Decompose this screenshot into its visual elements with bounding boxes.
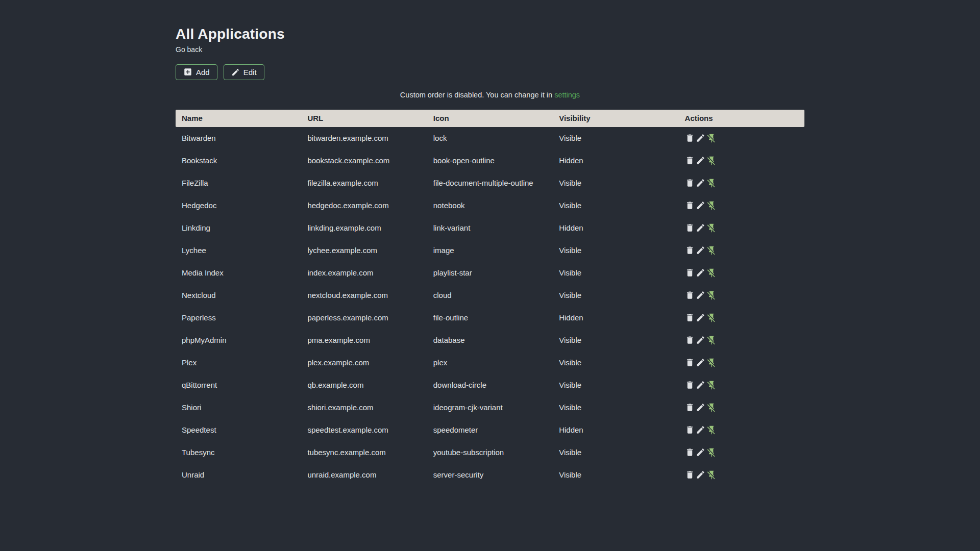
edit-row-button[interactable] (696, 156, 705, 165)
pin-off-icon (706, 358, 717, 368)
delete-button[interactable] (685, 223, 695, 233)
edit-row-button[interactable] (696, 335, 705, 345)
pin-off-icon (706, 425, 717, 435)
go-back-link[interactable]: Go back (176, 45, 202, 54)
pencil-icon (696, 313, 705, 322)
delete-button[interactable] (685, 403, 695, 412)
pin-off-button[interactable] (706, 268, 717, 278)
trash-icon (685, 245, 695, 255)
pencil-icon (696, 178, 705, 188)
edit-row-button[interactable] (696, 313, 705, 322)
table-row: Unraid unraid.example.com server-securit… (176, 464, 804, 486)
delete-button[interactable] (685, 358, 695, 367)
pin-off-icon (706, 447, 717, 458)
row-actions (685, 245, 798, 256)
delete-button[interactable] (685, 313, 695, 322)
pin-off-button[interactable] (706, 156, 717, 166)
app-icon-name: download-circle (427, 374, 553, 396)
pin-off-icon (706, 335, 717, 345)
trash-icon (685, 470, 695, 480)
pin-off-button[interactable] (706, 470, 717, 480)
delete-button[interactable] (685, 178, 695, 188)
app-url: linkding.example.com (301, 217, 427, 239)
app-visibility: Visible (553, 396, 678, 419)
edit-row-button[interactable] (696, 425, 705, 435)
app-visibility: Hidden (553, 419, 678, 441)
delete-button[interactable] (685, 470, 695, 480)
row-actions (685, 268, 798, 278)
delete-button[interactable] (685, 201, 695, 210)
table-row: Speedtest speedtest.example.com speedome… (176, 419, 804, 441)
app-name: Media Index (176, 262, 301, 284)
pin-off-button[interactable] (706, 380, 717, 390)
app-visibility: Hidden (553, 149, 678, 172)
pin-off-icon (706, 403, 717, 413)
app-name: FileZilla (176, 172, 301, 194)
delete-button[interactable] (685, 156, 695, 165)
pin-off-button[interactable] (706, 290, 717, 300)
pin-off-button[interactable] (706, 201, 717, 211)
edit-button[interactable]: Edit (224, 64, 264, 80)
pin-off-icon (706, 268, 717, 278)
edit-row-button[interactable] (696, 245, 705, 255)
pin-off-button[interactable] (706, 335, 717, 345)
delete-button[interactable] (685, 335, 695, 345)
table-row: qBittorrent qb.example.com download-circ… (176, 374, 804, 396)
delete-button[interactable] (685, 245, 695, 255)
pin-off-button[interactable] (706, 425, 717, 435)
pin-off-button[interactable] (706, 178, 717, 188)
table-row: Media Index index.example.com playlist-s… (176, 262, 804, 284)
app-icon-name: server-security (427, 464, 553, 486)
add-button[interactable]: Add (176, 64, 217, 80)
app-url: qb.example.com (301, 374, 427, 396)
edit-row-button[interactable] (696, 133, 705, 143)
delete-button[interactable] (685, 380, 695, 390)
trash-icon (685, 201, 695, 210)
pin-off-button[interactable] (706, 403, 717, 413)
edit-row-button[interactable] (696, 178, 705, 188)
pin-off-button[interactable] (706, 245, 717, 256)
delete-button[interactable] (685, 447, 695, 457)
delete-button[interactable] (685, 425, 695, 435)
column-header-name: Name (176, 110, 301, 127)
pin-off-button[interactable] (706, 447, 717, 458)
trash-icon (685, 178, 695, 188)
edit-row-button[interactable] (696, 403, 705, 412)
edit-row-button[interactable] (696, 447, 705, 457)
pin-off-icon (706, 380, 717, 390)
edit-row-button[interactable] (696, 223, 705, 233)
app-url: nextcloud.example.com (301, 284, 427, 307)
trash-icon (685, 133, 695, 143)
delete-button[interactable] (685, 290, 695, 300)
pencil-icon (696, 268, 705, 278)
app-visibility: Visible (553, 352, 678, 374)
column-header-url: URL (301, 110, 427, 127)
app-visibility: Visible (553, 284, 678, 307)
settings-link[interactable]: settings (554, 91, 580, 99)
table-row: FileZilla filezilla.example.com file-doc… (176, 172, 804, 194)
edit-row-button[interactable] (696, 358, 705, 367)
edit-row-button[interactable] (696, 470, 705, 480)
app-name: Bitwarden (176, 127, 301, 149)
pencil-icon (696, 223, 705, 233)
plus-box-icon (183, 67, 192, 77)
app-url: pma.example.com (301, 329, 427, 352)
app-url: unraid.example.com (301, 464, 427, 486)
edit-row-button[interactable] (696, 290, 705, 300)
edit-row-button[interactable] (696, 201, 705, 210)
column-header-actions: Actions (679, 110, 804, 127)
delete-button[interactable] (685, 133, 695, 143)
edit-row-button[interactable] (696, 268, 705, 278)
table-row: Nextcloud nextcloud.example.com cloud Vi… (176, 284, 804, 307)
app-icon-name: database (427, 329, 553, 352)
pin-off-button[interactable] (706, 358, 717, 368)
pin-off-button[interactable] (706, 133, 717, 143)
pin-off-button[interactable] (706, 313, 717, 323)
row-actions (685, 447, 798, 458)
edit-row-button[interactable] (696, 380, 705, 390)
pin-off-button[interactable] (706, 223, 717, 233)
table-row: Bitwarden bitwarden.example.com lock Vis… (176, 127, 804, 149)
delete-button[interactable] (685, 268, 695, 278)
app-icon-name: cloud (427, 284, 553, 307)
app-visibility: Visible (553, 172, 678, 194)
